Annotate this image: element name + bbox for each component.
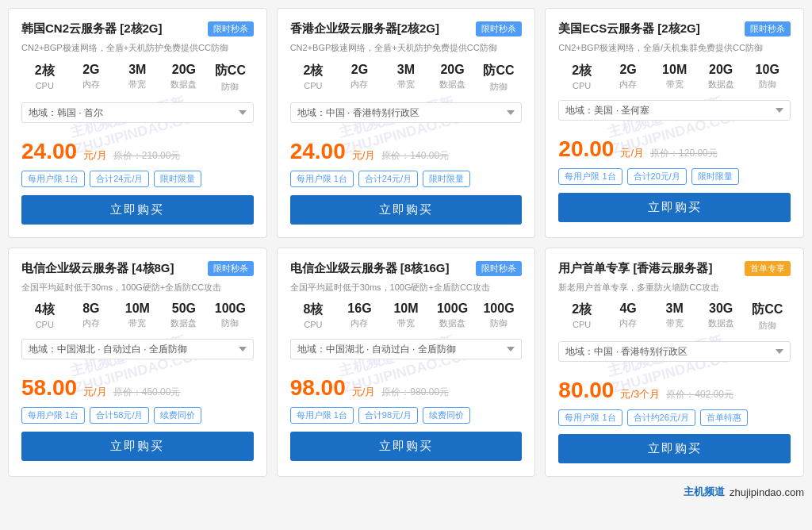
spec-item-5-4: 100G 数据盘 [429, 301, 476, 329]
spec-value-4-5: 100G [207, 301, 254, 316]
buy-button-5[interactable]: 立即购买 [290, 432, 523, 461]
spec-item-6-2: 4G 内存 [605, 301, 652, 332]
spec-item-4-4: 50G 数据盘 [161, 301, 208, 329]
spec-label-2-1: CPU [290, 81, 337, 90]
region-select-1[interactable]: 地域：韩国 · 首尔 [21, 102, 254, 123]
spec-value-5-5: 100G [476, 301, 523, 316]
specs-row-5: 8核 CPU 16G 内存 10M 带宽 100G 数据盘 100G 防御 [290, 301, 523, 329]
tag-2-2: 合计24元/月 [358, 171, 418, 187]
card-badge-6: 首单专享 [745, 261, 791, 276]
spec-item-4-5: 100G 防御 [207, 301, 254, 329]
price-main-5: 98.00 [290, 375, 346, 401]
buy-button-2[interactable]: 立即购买 [290, 195, 523, 225]
region-select-3[interactable]: 地域：美国 · 圣何塞 [558, 100, 791, 121]
spec-item-5-3: 10M 带宽 [383, 301, 430, 329]
card-desc-5: 全国平均延时低于30ms，100G硬防+全盾防CC攻击 [290, 281, 523, 294]
region-select-2[interactable]: 地域：中国 · 香港特别行政区 [290, 102, 523, 123]
price-unit-1: 元/月 [83, 148, 107, 163]
spec-item-6-3: 3M 带宽 [651, 301, 698, 332]
spec-value-1-2: 2G [68, 63, 115, 77]
spec-item-1-2: 2G 内存 [68, 63, 115, 93]
footer-logo: 主机频道 [684, 485, 725, 499]
price-main-6: 80.00 [558, 378, 614, 403]
spec-label-2-2: 内存 [336, 79, 383, 90]
spec-item-2-2: 2G 内存 [336, 63, 383, 93]
spec-label-1-3: 带宽 [114, 79, 161, 90]
spec-value-1-5: 防CC [207, 63, 254, 79]
spec-value-5-4: 100G [429, 301, 476, 316]
spec-value-2-4: 20G [429, 63, 476, 77]
spec-label-2-4: 数据盘 [429, 79, 476, 90]
spec-item-5-5: 100G 防御 [476, 301, 523, 329]
spec-label-1-5: 防御 [207, 81, 254, 93]
card-4: 主机频道 每日更新ZHUJIPINDAO.COM 电信企业级云服务器 [4核8G… [8, 248, 267, 478]
tag-1-2: 合计24元/月 [90, 171, 149, 187]
spec-value-3-5: 10G [744, 63, 791, 77]
spec-item-5-1: 8核 CPU [290, 301, 337, 329]
spec-label-6-4: 数据盘 [698, 317, 745, 329]
tags-row-2: 每用户限 1台 合计24元/月 限时限量 [290, 171, 523, 187]
price-orig-5: 原价：980.00元 [381, 386, 449, 399]
price-main-2: 24.00 [290, 139, 346, 164]
spec-label-3-3: 带宽 [651, 79, 698, 90]
tag-6-1: 每用户限 1台 [558, 409, 622, 426]
region-select-4[interactable]: 地域：中国湖北 · 自动过白 · 全盾防御 [21, 339, 254, 359]
spec-label-1-1: CPU [21, 81, 68, 90]
card-desc-1: CN2+BGP极速网络，全盾+天机防护免费提供CC防御 [21, 41, 254, 55]
price-main-4: 58.00 [21, 375, 77, 401]
card-5: 主机频道 每日更新ZHUJIPINDAO.COM 电信企业级云服务器 [8核16… [277, 248, 536, 478]
tag-5-2: 合计98元/月 [358, 407, 418, 424]
spec-label-3-5: 防御 [744, 79, 791, 90]
spec-label-2-3: 带宽 [383, 79, 430, 90]
spec-item-2-3: 3M 带宽 [383, 63, 430, 93]
spec-label-4-3: 带宽 [114, 317, 161, 329]
spec-value-3-4: 20G [698, 63, 745, 77]
buy-button-6[interactable]: 立即购买 [558, 434, 791, 463]
card-2: 主机频道 每日更新ZHUJIPINDAO.COM 香港企业级云服务器[2核2G]… [277, 8, 536, 238]
card-header-6: 用户首单专享 [香港云服务器] 首单专享 [558, 261, 791, 276]
region-row-6: 地域：中国 · 香港特别行政区 [558, 341, 791, 370]
spec-label-2-5: 防御 [476, 81, 523, 93]
spec-label-3-4: 数据盘 [698, 79, 745, 90]
tag-1-1: 每用户限 1台 [21, 171, 85, 187]
specs-row-6: 2核 CPU 4G 内存 3M 带宽 30G 数据盘 防CC 防御 [558, 301, 791, 332]
tag-4-2: 合计58元/月 [90, 407, 149, 424]
buy-button-4[interactable]: 立即购买 [21, 432, 254, 461]
spec-value-1-3: 3M [114, 63, 161, 77]
card-title-6: 用户首单专享 [香港云服务器] [558, 261, 712, 276]
spec-label-4-4: 数据盘 [161, 317, 208, 329]
tag-2-3: 限时限量 [423, 171, 470, 187]
spec-item-1-1: 2核 CPU [21, 63, 68, 93]
buy-button-3[interactable]: 立即购买 [558, 193, 791, 222]
region-row-1: 地域：韩国 · 首尔 [21, 102, 254, 131]
region-select-6[interactable]: 地域：中国 · 香港特别行政区 [558, 341, 791, 362]
card-title-2: 香港企业级云服务器[2核2G] [290, 21, 439, 36]
price-row-6: 80.00 元/3个月 原价：402.00元 [558, 378, 791, 403]
card-badge-1: 限时秒杀 [208, 21, 254, 36]
card-header-4: 电信企业级云服务器 [4核8G] 限时秒杀 [21, 261, 254, 276]
price-main-3: 20.00 [558, 136, 614, 162]
spec-value-2-2: 2G [336, 63, 383, 77]
card-header-2: 香港企业级云服务器[2核2G] 限时秒杀 [290, 21, 523, 36]
spec-label-5-2: 内存 [336, 317, 383, 329]
card-1: 主机频道 每日更新ZHUJIPINDAO.COM 韩国CN2云服务器 [2核2G… [8, 8, 267, 238]
card-desc-4: 全国平均延时低于30ms，100G硬防+全盾防CC攻击 [21, 281, 254, 294]
card-3: 主机频道 每日更新ZHUJIPINDAO.COM 美国ECS云服务器 [2核2G… [545, 8, 804, 238]
price-row-5: 98.00 元/月 原价：980.00元 [290, 375, 523, 401]
region-row-5: 地域：中国湖北 · 自动过白 · 全盾防御 [290, 339, 523, 367]
card-badge-3: 限时秒杀 [745, 21, 791, 36]
tags-row-6: 每用户限 1台 合计约26元/月 首单特惠 [558, 409, 791, 426]
spec-label-6-2: 内存 [605, 317, 652, 329]
card-6: 主机频道 每日更新ZHUJIPINDAO.COM 用户首单专享 [香港云服务器]… [545, 248, 804, 478]
spec-label-1-2: 内存 [68, 79, 115, 90]
spec-value-3-3: 10M [651, 63, 698, 77]
price-row-4: 58.00 元/月 原价：450.00元 [21, 375, 254, 401]
spec-item-1-5: 防CC 防御 [207, 63, 254, 93]
region-select-5[interactable]: 地域：中国湖北 · 自动过白 · 全盾防御 [290, 339, 523, 359]
tag-6-2: 合计约26元/月 [627, 409, 695, 426]
spec-item-3-2: 2G 内存 [605, 63, 652, 90]
card-title-3: 美国ECS云服务器 [2核2G] [558, 21, 699, 36]
tag-1-3: 限时限量 [154, 171, 201, 187]
price-unit-3: 元/月 [620, 146, 644, 160]
buy-button-1[interactable]: 立即购买 [21, 195, 254, 225]
